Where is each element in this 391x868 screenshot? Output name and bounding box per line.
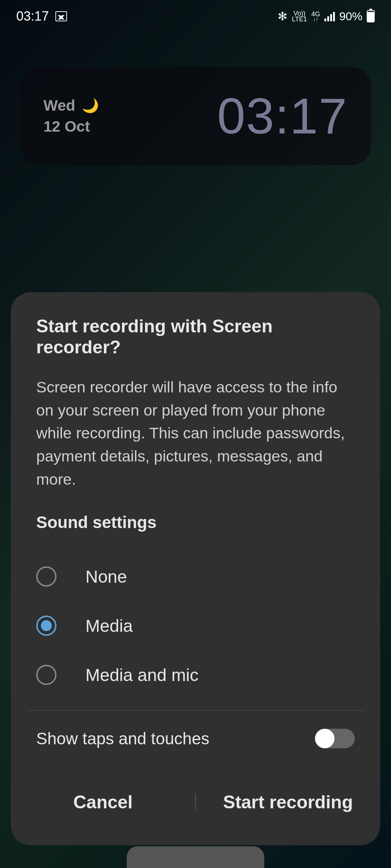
toggle-label: Show taps and touches (36, 729, 209, 748)
sound-settings-title: Sound settings (11, 512, 380, 532)
moon-icon: 🌙 (82, 98, 99, 114)
status-time: 03:17 (16, 9, 49, 24)
screen-recorder-dialog: Start recording with Screen recorder? Sc… (11, 292, 380, 845)
bluetooth-icon: ✻ (278, 9, 287, 23)
radio-option-none[interactable]: None (36, 552, 355, 601)
widget-day: Wed (43, 97, 75, 114)
clock-widget[interactable]: Wed 🌙 12 Oct 03:17 (20, 67, 371, 165)
radio-label: Media (85, 616, 133, 636)
cancel-button[interactable]: Cancel (11, 781, 195, 824)
widget-date: 12 Oct (43, 118, 99, 135)
radio-icon (36, 616, 56, 636)
screenshot-icon (55, 11, 67, 21)
radio-option-media-mic[interactable]: Media and mic (36, 650, 355, 699)
show-taps-toggle-row[interactable]: Show taps and touches (11, 711, 380, 766)
nav-handle[interactable] (127, 846, 264, 868)
radio-label: Media and mic (85, 665, 198, 685)
radio-icon (36, 566, 56, 587)
radio-option-media[interactable]: Media (36, 601, 355, 650)
battery-percent: 90% (339, 10, 362, 23)
status-bar: 03:17 ✻ Vo)) LTE1 4G ↓↑ 90% (0, 0, 391, 33)
dialog-body: Screen recorder will have access to the … (11, 376, 380, 491)
toggle-switch[interactable] (315, 729, 355, 748)
start-recording-button[interactable]: Start recording (196, 781, 380, 824)
battery-icon (367, 10, 375, 22)
radio-label: None (85, 567, 127, 587)
network-icon: 4G ↓↑ (311, 11, 320, 22)
dialog-title: Start recording with Screen recorder? (11, 316, 380, 358)
volte-icon: Vo)) LTE1 (292, 10, 307, 22)
widget-clock: 03:17 (217, 87, 348, 145)
radio-icon (36, 665, 56, 685)
signal-icon (324, 11, 335, 21)
